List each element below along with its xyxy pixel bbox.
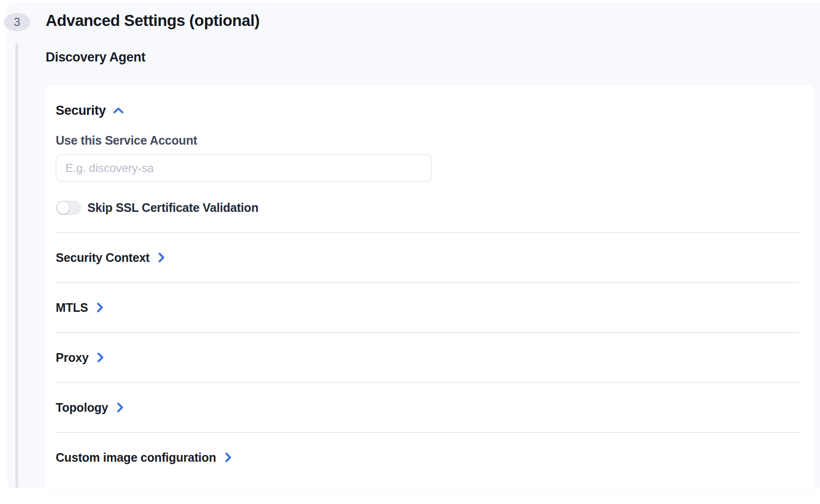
section-row-label: Custom image configuration xyxy=(56,451,216,465)
chevron-right-icon xyxy=(223,451,233,464)
chevron-right-icon xyxy=(157,251,166,264)
section-row-mtls[interactable]: MTLS xyxy=(56,283,800,332)
security-section-header[interactable]: Security xyxy=(56,103,800,118)
step-number: 3 xyxy=(14,15,20,29)
ssl-toggle-label: Skip SSL Certificate Validation xyxy=(87,201,258,215)
toggle-knob xyxy=(57,202,69,214)
section-row-label: MTLS xyxy=(56,301,88,315)
chevron-right-icon xyxy=(95,301,105,314)
section-row-label: Security Context xyxy=(56,251,149,265)
page-title: Advanced Settings (optional) xyxy=(46,12,259,30)
section-subtitle: Discovery Agent xyxy=(46,50,146,65)
ssl-validation-toggle[interactable] xyxy=(56,201,81,215)
section-row-proxy[interactable]: Proxy xyxy=(56,333,800,382)
step-connector-line xyxy=(15,43,18,488)
ssl-toggle-row: Skip SSL Certificate Validation xyxy=(56,201,800,215)
section-row-topology[interactable]: Topology xyxy=(56,383,800,432)
chevron-up-icon xyxy=(112,106,124,115)
chevron-right-icon xyxy=(115,401,125,414)
section-row-security-context[interactable]: Security Context xyxy=(56,233,800,282)
service-account-input[interactable] xyxy=(56,154,431,182)
chevron-right-icon xyxy=(96,351,105,364)
step-number-badge: 3 xyxy=(4,13,30,31)
section-row-label: Proxy xyxy=(56,351,88,365)
discovery-agent-card: Security Use this Service Account Skip S… xyxy=(46,85,814,491)
section-row-label: Topology xyxy=(56,401,108,415)
security-section-label: Security xyxy=(56,103,106,118)
service-account-label: Use this Service Account xyxy=(56,134,800,148)
section-row-custom-image-configuration[interactable]: Custom image configuration xyxy=(56,433,800,482)
